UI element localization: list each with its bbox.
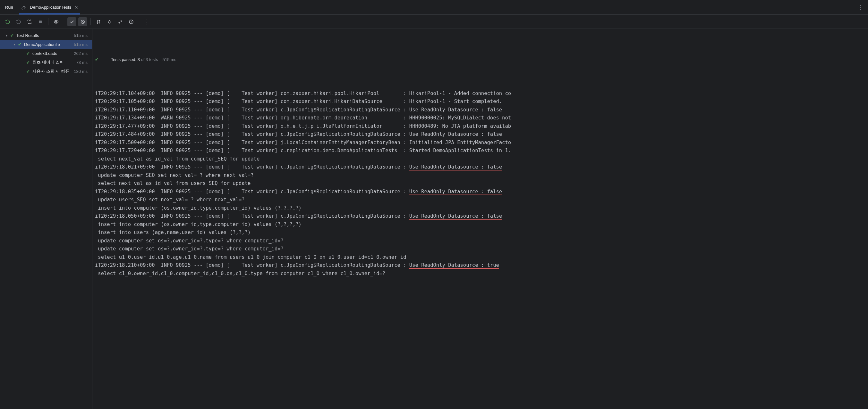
more-icon[interactable]: ⋮ [143, 17, 151, 26]
tab-run-label[interactable]: Run [5, 5, 13, 10]
log-line: iT20:29:17.134+09:00 WARN 90925 --- [dem… [95, 114, 868, 122]
log-line: update computer set os=?,owner_id=?,type… [95, 245, 868, 253]
log-line: iT20:29:17.509+09:00 INFO 90925 --- [dem… [95, 139, 868, 147]
separator [48, 18, 49, 25]
tree-root-time: 515 ms [74, 33, 88, 38]
tab-bar: Run DemoApplicationTests ✕ ⋮ [0, 0, 868, 15]
test-toolbar: ⋮ [0, 15, 868, 29]
tab-label: DemoApplicationTests [30, 5, 71, 10]
tree-test-time: 73 ms [76, 60, 88, 65]
log-line: iT20:29:18.021+09:00 INFO 90925 --- [dem… [95, 163, 868, 171]
tab-demo-application-tests[interactable]: DemoApplicationTests ✕ [21, 0, 78, 14]
test-tree: ▾ ✔ Test Results 515 ms ▾ ✔ DemoApplicat… [0, 29, 92, 409]
rerun-icon[interactable] [3, 17, 12, 26]
tree-test-time: 180 ms [74, 69, 88, 74]
log-line: update users_SEQ set next_val= ? where n… [95, 196, 868, 204]
gradle-icon [21, 4, 27, 10]
log-line: iT20:29:18.210+09:00 INFO 90925 --- [dem… [95, 261, 868, 270]
close-icon[interactable]: ✕ [74, 5, 78, 10]
tree-class-row[interactable]: ▾ ✔ DemoApplicationTe 515 ms [0, 40, 92, 49]
status-suffix: of 3 tests – 515 ms [140, 57, 176, 62]
tree-test-label: contextLoads [32, 51, 71, 56]
more-vertical-icon[interactable]: ⋮ [858, 4, 863, 11]
test-status-line: ✔ Tests passed: 3 of 3 tests – 515 ms [95, 47, 868, 72]
log-line: select next_val as id_val from computer_… [95, 155, 868, 164]
check-icon: ✔ [26, 60, 30, 65]
log-line: iT20:29:18.050+09:00 INFO 90925 --- [dem… [95, 212, 868, 221]
rerun-failed-icon[interactable] [14, 17, 23, 26]
log-line: iT20:29:17.484+09:00 INFO 90925 --- [dem… [95, 130, 868, 139]
log-line: update computer set os=?,owner_id=?,type… [95, 237, 868, 245]
log-line: select u1_0.user_id,u1_0.age,u1_0.name f… [95, 253, 868, 262]
log-line: insert into computer (os,owner_id,type,c… [95, 221, 868, 229]
tree-test-row[interactable]: ✔ contextLoads 262 ms [0, 49, 92, 58]
tree-test-row[interactable]: ✔ 사용자 조회 시 컴퓨 180 ms [0, 67, 92, 76]
log-line: iT20:29:17.105+09:00 INFO 90925 --- [dem… [95, 97, 868, 106]
expand-all-icon[interactable] [105, 17, 114, 26]
check-icon: ✔ [10, 33, 14, 38]
show-passed-icon[interactable] [52, 17, 61, 26]
check-icon: ✔ [26, 51, 30, 56]
tree-test-label: 최초 데이터 입력 [32, 59, 74, 65]
chevron-down-icon[interactable]: ▾ [6, 33, 8, 37]
log-line: iT20:29:17.729+09:00 INFO 90925 --- [dem… [95, 147, 868, 155]
status-passed-count: 3 [137, 57, 140, 62]
log-lines: iT20:29:17.104+09:00 INFO 90925 --- [dem… [95, 90, 868, 278]
filter-passed-icon[interactable] [67, 17, 76, 26]
log-line: update computer_SEQ set next_val= ? wher… [95, 171, 868, 180]
log-line: iT20:29:18.035+09:00 INFO 90925 --- [dem… [95, 188, 868, 196]
separator [64, 18, 64, 25]
collapse-all-icon[interactable] [116, 17, 125, 26]
toggle-auto-test-icon[interactable] [25, 17, 34, 26]
tree-class-time: 515 ms [74, 42, 88, 47]
svg-rect-0 [39, 20, 42, 23]
separator [139, 18, 139, 25]
console-output[interactable]: ✔ Tests passed: 3 of 3 tests – 515 ms iT… [92, 29, 868, 409]
status-prefix: Tests passed: [111, 57, 137, 62]
separator [90, 18, 91, 25]
check-icon: ✔ [18, 42, 22, 47]
stop-icon[interactable] [36, 17, 45, 26]
log-line: iT20:29:17.110+09:00 INFO 90925 --- [dem… [95, 106, 868, 114]
tree-test-time: 262 ms [74, 51, 88, 56]
log-line: iT20:29:17.477+09:00 INFO 90925 --- [dem… [95, 122, 868, 131]
check-icon: ✔ [26, 69, 30, 74]
log-line: select next_val as id_val from users_SEQ… [95, 179, 868, 188]
history-icon[interactable] [127, 17, 136, 26]
tree-test-row[interactable]: ✔ 최초 데이터 입력 73 ms [0, 58, 92, 67]
chevron-down-icon[interactable]: ▾ [13, 42, 16, 47]
log-line: iT20:29:17.104+09:00 INFO 90925 --- [dem… [95, 90, 868, 98]
log-line: insert into computer (os,owner_id,type,c… [95, 204, 868, 212]
tree-test-label: 사용자 조회 시 컴퓨 [32, 68, 71, 74]
log-line: insert into users (age,name,user_id) val… [95, 229, 868, 237]
sort-icon[interactable] [94, 17, 103, 26]
log-line: select c1_0.owner_id,c1_0.computer_id,c1… [95, 270, 868, 278]
tree-root-row[interactable]: ▾ ✔ Test Results 515 ms [0, 31, 92, 40]
filter-ignored-icon[interactable] [78, 17, 87, 26]
tree-class-label: DemoApplicationTe [24, 42, 71, 47]
check-icon: ✔ [95, 56, 98, 64]
svg-point-1 [56, 21, 57, 23]
tree-root-label: Test Results [17, 33, 71, 38]
